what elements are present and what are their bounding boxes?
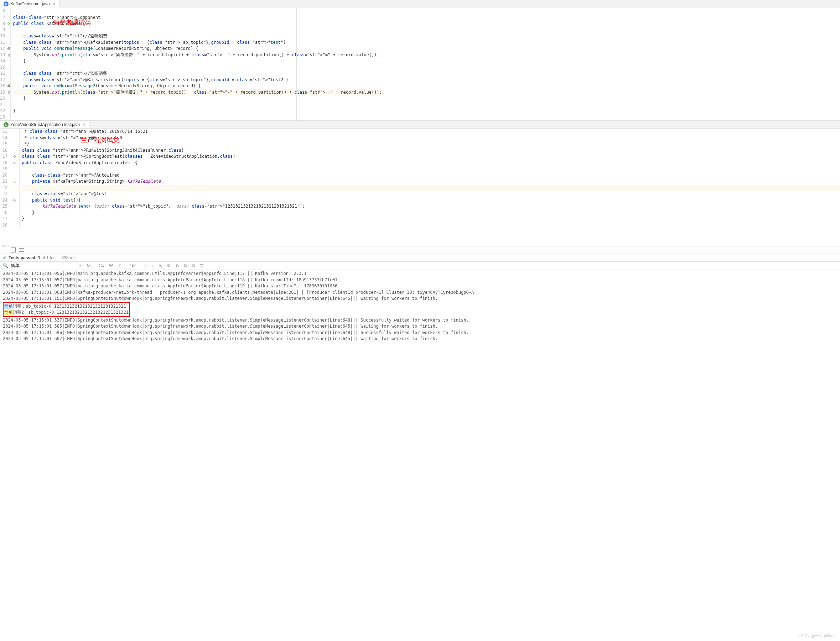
close-icon[interactable]: ×: [53, 2, 56, 6]
expand-icon[interactable]: ⇱: [158, 263, 163, 268]
regex-toggle[interactable]: .*: [117, 263, 122, 268]
gutter-marks-top: ⟳🖶 @🖶 @: [7, 8, 10, 120]
tab-label: KafkaConsumer.java: [10, 2, 50, 6]
next-match-icon[interactable]: ↓: [151, 263, 155, 268]
check-icon: ✔: [3, 255, 6, 260]
case-toggle[interactable]: Cc: [98, 263, 105, 268]
filter-1-icon[interactable]: ⧉: [166, 263, 172, 268]
search-icon: 🔍: [3, 263, 8, 268]
annotation-consumer: 消费者测试类: [53, 18, 91, 27]
match-count: 1/2: [130, 263, 136, 268]
word-toggle[interactable]: W: [108, 263, 114, 268]
ms-label: ms: [3, 243, 8, 248]
clear-search-icon[interactable]: ×: [78, 263, 83, 268]
annotation-producer: 生产者测试类: [81, 136, 119, 144]
search-input[interactable]: [11, 263, 75, 268]
tab-bar-mid: C ZoheVideoStructApplicationTest.java ×: [0, 120, 840, 129]
filter-4-icon[interactable]: ⧉: [191, 263, 196, 268]
funnel-icon[interactable]: ▽: [199, 263, 205, 268]
tab-kafka-consumer[interactable]: C KafkaConsumer.java ×: [0, 0, 60, 8]
layout-icon[interactable]: [11, 248, 16, 253]
gutter-marks-mid: ⟳⟳⚠⟳: [10, 129, 19, 228]
code-mid[interactable]: * class=class="str">"ann">@Date: 2019/6/…: [19, 129, 840, 228]
history-icon[interactable]: ↻: [85, 263, 91, 268]
java-class-icon: C: [3, 2, 8, 6]
gutter-top: 67891011121314151617181920212223: [0, 8, 7, 120]
soft-wrap-icon[interactable]: [19, 248, 24, 253]
editor-mid: 13141516171819202122232425262728 ⟳⟳⚠⟳ 生产…: [0, 129, 840, 228]
test-status-bar: ✔ Tests passed: 1 of 1 test – 338 ms: [0, 254, 840, 262]
filter-2-icon[interactable]: ⧉: [174, 263, 180, 268]
tab-test-class[interactable]: C ZoheVideoStructApplicationTest.java ×: [0, 121, 89, 128]
console-search-bar: 🔍 × ↻ Cc W .* 1/2 ↑ ↓ ⇱ ⧉ ⧉ ⧉ ⧉ ▽: [0, 262, 840, 270]
close-icon[interactable]: ×: [83, 122, 85, 127]
gutter-mid: 13141516171819202122232425262728: [0, 129, 10, 228]
editor-top: 67891011121314151617181920212223 ⟳🖶 @🖶 @…: [0, 8, 840, 120]
test-pass-text: Tests passed: 1 of 1 test – 338 ms: [8, 255, 76, 260]
console-toolbar: ms: [0, 246, 840, 254]
tab-bar-top: C KafkaConsumer.java ×: [0, 0, 840, 8]
java-class-icon: C: [3, 122, 8, 127]
prev-match-icon[interactable]: ↑: [143, 263, 148, 268]
tab-label: ZoheVideoStructApplicationTest.java: [10, 122, 80, 127]
console-output[interactable]: 2024-03-05 17:15:01.056|INFO|main|org.ap…: [0, 270, 840, 343]
filter-3-icon[interactable]: ⧉: [183, 263, 188, 268]
